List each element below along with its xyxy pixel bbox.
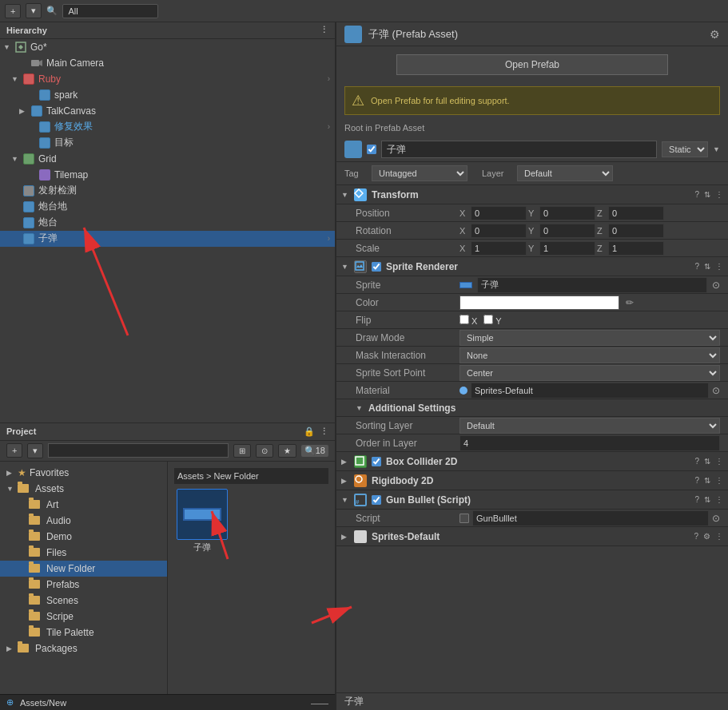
- project-toggle-btn[interactable]: ⊙: [256, 444, 273, 458]
- hierarchy-item-go[interactable]: ▼ Go*: [0, 39, 335, 55]
- rb-menu-icon[interactable]: ⋮: [715, 476, 723, 485]
- hierarchy-menu-icon[interactable]: ⋮: [320, 25, 328, 35]
- pos-y-input[interactable]: [539, 206, 595, 220]
- lock-icon[interactable]: 🔒: [304, 426, 315, 437]
- static-dropdown[interactable]: Static: [662, 141, 708, 157]
- hierarchy-item-bullet[interactable]: 子弹 ›: [0, 231, 335, 247]
- hierarchy-item-cannon-base[interactable]: 炮台地: [0, 199, 335, 215]
- hierarchy-item-ruby[interactable]: ▼ Ruby ›: [0, 71, 335, 87]
- material-input[interactable]: [471, 383, 709, 399]
- hierarchy-item-tilemap[interactable]: Tilemap: [0, 167, 335, 183]
- project-item-audio[interactable]: ▶ Audio: [0, 513, 167, 529]
- script-picker-icon[interactable]: ⊙: [712, 513, 720, 524]
- bc-enabled-checkbox[interactable]: [372, 457, 381, 466]
- tag-dropdown[interactable]: Untagged: [372, 165, 467, 181]
- sr-settings-icon[interactable]: ⇅: [704, 262, 710, 271]
- gameobj-enabled-checkbox[interactable]: [367, 145, 376, 154]
- script-input[interactable]: [472, 510, 709, 526]
- hierarchy-item-grid[interactable]: ▼ Grid: [0, 151, 335, 167]
- sd-menu-icon[interactable]: ⋮: [715, 532, 723, 541]
- sprites-default-header[interactable]: ▶ Sprites-Default ? ⚙ ⋮: [336, 527, 728, 546]
- project-item-favorites[interactable]: ▶ ★ Favorites: [0, 465, 167, 481]
- additional-collapse-icon: ▼: [356, 404, 364, 412]
- additional-settings-header[interactable]: ▼ Additional Settings: [336, 399, 728, 417]
- project-search-input[interactable]: [48, 443, 228, 458]
- rot-x-input[interactable]: [471, 224, 527, 238]
- bc-help-icon[interactable]: ?: [694, 457, 699, 466]
- hierarchy-item-spark[interactable]: spark: [0, 87, 335, 103]
- flip-y-checkbox[interactable]: [483, 315, 493, 324]
- draw-mode-dropdown[interactable]: Simple Sliced Tiled: [459, 330, 720, 346]
- hierarchy-item-main-camera[interactable]: Main Camera: [0, 55, 335, 71]
- hierarchy-item-detect[interactable]: 发射检测: [0, 183, 335, 199]
- sd-help-icon[interactable]: ?: [694, 532, 698, 541]
- hierarchy-search-input[interactable]: [62, 4, 158, 18]
- sprite-input[interactable]: [477, 277, 707, 293]
- transform-help-icon[interactable]: ?: [694, 190, 699, 199]
- sorting-layer-dropdown[interactable]: Default: [459, 418, 720, 434]
- transform-header[interactable]: ▼ Transform ? ⇅ ⋮: [336, 185, 728, 204]
- bc-menu-icon[interactable]: ⋮: [715, 457, 723, 466]
- sd-settings-icon[interactable]: ⚙: [703, 532, 710, 541]
- rb-help-icon[interactable]: ?: [694, 476, 699, 485]
- color-swatch[interactable]: [459, 296, 619, 310]
- order-in-layer-input[interactable]: [459, 435, 720, 451]
- gb-menu-icon[interactable]: ⋮: [715, 495, 723, 504]
- project-item-newfolder[interactable]: ▶ New Folder: [0, 561, 167, 577]
- project-item-prefabs[interactable]: ▶ Prefabs: [0, 577, 167, 593]
- project-filter-btn[interactable]: ⊞: [233, 444, 251, 458]
- mask-interaction-dropdown[interactable]: None Visible Inside Mask Visible Outside…: [459, 347, 720, 363]
- rot-z-input[interactable]: [608, 224, 664, 238]
- sprite-picker-icon[interactable]: ⊙: [712, 280, 720, 291]
- hierarchy-item-target[interactable]: 目标: [0, 135, 335, 151]
- project-star-btn[interactable]: ★: [278, 444, 296, 458]
- layer-dropdown[interactable]: Default: [517, 165, 613, 181]
- rigidbody-header[interactable]: ▶ Rigidbody 2D ? ⇅ ⋮: [336, 471, 728, 490]
- rb-settings-icon[interactable]: ⇅: [704, 476, 710, 485]
- project-item-tilepalette[interactable]: ▶ Tile Palette: [0, 625, 167, 641]
- sr-enabled-checkbox[interactable]: [372, 262, 381, 272]
- hierarchy-item-fix-effect[interactable]: 修复效果 ›: [0, 119, 335, 135]
- hierarchy-item-cannon[interactable]: 炮台: [0, 215, 335, 231]
- add-button[interactable]: +: [5, 4, 21, 18]
- project-item-demo[interactable]: ▶ Demo: [0, 529, 167, 545]
- project-item-packages[interactable]: ▶ Packages: [0, 641, 167, 656]
- project-menu-btn[interactable]: ▾: [27, 443, 43, 458]
- project-item-scripe[interactable]: ▶ Scripe: [0, 609, 167, 625]
- transform-settings-icon[interactable]: ⇅: [704, 190, 710, 199]
- flip-x-checkbox[interactable]: [459, 315, 469, 324]
- scale-x-input[interactable]: [471, 241, 527, 256]
- scale-z-input[interactable]: [608, 241, 664, 256]
- project-item-scenes[interactable]: ▶ Scenes: [0, 593, 167, 609]
- bullet-asset-thumb[interactable]: [177, 489, 228, 540]
- gb-settings-icon[interactable]: ⇅: [704, 495, 710, 504]
- menu-button[interactable]: ▾: [26, 3, 42, 18]
- pos-z-input[interactable]: [608, 206, 664, 220]
- sr-menu-icon[interactable]: ⋮: [715, 262, 723, 271]
- transform-menu-icon[interactable]: ⋮: [715, 190, 723, 199]
- sr-collapse-icon: ▼: [341, 263, 349, 271]
- scale-y-input[interactable]: [539, 241, 595, 256]
- sprite-renderer-header[interactable]: ▼ Sprite Renderer ? ⇅ ⋮: [336, 257, 728, 276]
- box-collider-header[interactable]: ▶ Box Collider 2D ? ⇅ ⋮: [336, 452, 728, 471]
- bc-settings-icon[interactable]: ⇅: [704, 457, 710, 466]
- gb-enabled-checkbox[interactable]: [372, 495, 381, 505]
- project-item-art[interactable]: ▶ Art: [0, 497, 167, 513]
- open-prefab-button[interactable]: Open Prefab: [396, 54, 668, 75]
- gameobj-name-input[interactable]: [381, 141, 657, 158]
- color-picker-icon[interactable]: ✏: [626, 297, 634, 308]
- sr-help-icon[interactable]: ?: [694, 262, 699, 271]
- project-item-files[interactable]: ▶ Files: [0, 545, 167, 561]
- pos-x-input[interactable]: [471, 206, 527, 220]
- gun-bullet-header[interactable]: ▼ # Gun Bullet (Script) ? ⇅ ⋮: [336, 490, 728, 510]
- gb-help-icon[interactable]: ?: [694, 495, 699, 504]
- project-add-button[interactable]: +: [6, 443, 22, 458]
- project-item-assets[interactable]: ▼ Assets: [0, 481, 167, 497]
- asset-item-bullet[interactable]: 子弹: [174, 489, 230, 553]
- inspector-gear-icon[interactable]: ⚙: [710, 28, 720, 41]
- rot-y-input[interactable]: [539, 224, 595, 238]
- project-menu-icon[interactable]: ⋮: [320, 426, 328, 437]
- hierarchy-item-talkcanvas[interactable]: ▶ TalkCanvas: [0, 103, 335, 119]
- material-picker-icon[interactable]: ⊙: [712, 385, 720, 396]
- sprite-sort-point-dropdown[interactable]: Center Pivot: [459, 365, 720, 381]
